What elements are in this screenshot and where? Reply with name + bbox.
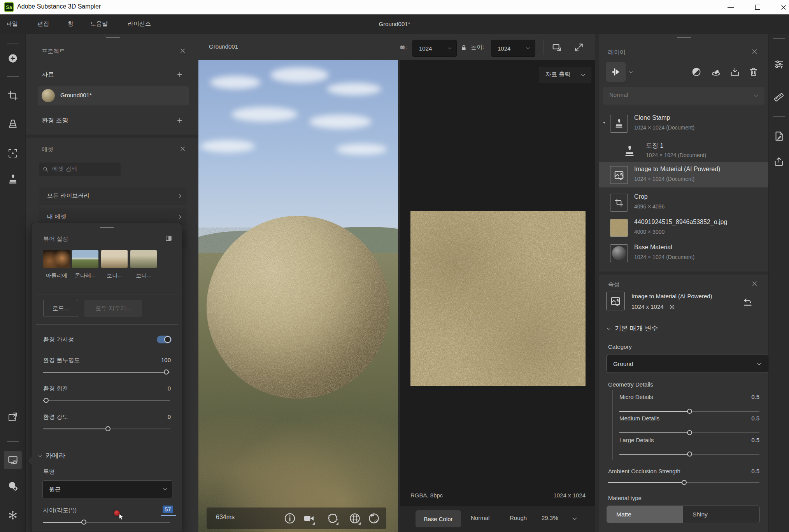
close-button[interactable]	[779, 0, 789, 14]
slider-track[interactable]	[619, 411, 759, 412]
camera-section-header[interactable]: 카메라	[46, 451, 65, 460]
slider-knob[interactable]	[687, 430, 692, 435]
slider-knob[interactable]	[682, 480, 687, 485]
panel-drag-handle[interactable]	[677, 37, 691, 38]
viewport-footer-render-sphere-button[interactable]	[367, 512, 380, 525]
slider-knob[interactable]	[105, 426, 110, 431]
left-toolbar-perspective-tool-button[interactable]	[7, 118, 19, 130]
slider-track[interactable]	[43, 522, 170, 523]
add-material-icon[interactable]	[176, 71, 184, 79]
layer-row[interactable]: Image to Material (AI Powered)1024 × 102…	[599, 165, 768, 186]
minimize-button[interactable]	[724, 0, 737, 14]
slider-knob[interactable]	[164, 369, 169, 374]
slider-track[interactable]	[619, 454, 759, 455]
layer-row[interactable]: 도장 11024 × 1024 (Document)	[599, 141, 768, 162]
slider-track[interactable]	[43, 400, 170, 401]
menu-item[interactable]: 파일	[6, 20, 18, 28]
layer-row[interactable]: Crop4096 × 4096	[599, 192, 768, 214]
chevron-down-icon[interactable]	[571, 515, 578, 522]
slider-track[interactable]	[43, 429, 170, 429]
viewport-2d[interactable]: 자료 출력 RGBA, 8bpc 1024 x 1024 Base ColorN…	[400, 60, 595, 532]
maximize-button[interactable]	[752, 0, 764, 14]
menu-item[interactable]: 편집	[37, 20, 49, 28]
channel-tab-base-color[interactable]: Base Color	[416, 510, 461, 527]
zoom-level[interactable]: 29.3%	[542, 514, 558, 521]
fov-value-selected[interactable]: 57	[163, 506, 173, 513]
slider-track[interactable]	[619, 432, 759, 433]
right-toolbar-measure-button[interactable]	[773, 91, 785, 103]
viewport-footer-info-button[interactable]	[283, 512, 296, 525]
menu-item[interactable]: 도움말	[90, 20, 108, 28]
layer-expander[interactable]	[601, 120, 607, 125]
menu-item[interactable]: 창	[68, 20, 74, 28]
clear-all-button[interactable]: 모두 지우기...	[84, 300, 142, 317]
left-toolbar-add-asset-button[interactable]	[7, 52, 19, 64]
material-item[interactable]: Ground001*	[38, 86, 189, 105]
environment-thumbnail[interactable]	[101, 250, 128, 268]
basic-parameters-header[interactable]: 기본 매개 변수	[615, 324, 658, 333]
asset-search-input[interactable]: 에셋 검색	[39, 163, 121, 176]
gear-icon[interactable]	[668, 303, 676, 311]
chevron-down-icon[interactable]	[628, 69, 634, 75]
width-dropdown[interactable]: 1024	[412, 40, 457, 57]
layer-row[interactable]: 44091924515_8946a53852_o.jpg4000 × 3000	[599, 218, 768, 239]
right-toolbar-edit-document-button[interactable]	[773, 130, 785, 142]
layer-row[interactable]: Base Material1024 × 1024 (Document)	[599, 243, 768, 264]
slider-track[interactable]	[43, 372, 170, 373]
add-layer-button[interactable]	[606, 62, 626, 82]
viewport-footer-wire-globe-button[interactable]	[348, 512, 361, 525]
viewport-footer-env-blob-button[interactable]	[326, 512, 339, 525]
env-visibility-toggle[interactable]	[157, 336, 172, 343]
flatten-layers-button[interactable]	[710, 66, 721, 77]
left-toolbar-clone-stamp-tool-button[interactable]	[7, 173, 19, 185]
delete-layer-button[interactable]	[748, 66, 759, 77]
channel-tab-rough[interactable]: Rough	[510, 514, 528, 521]
library-item-all[interactable]: 모든 라이브러리	[39, 187, 187, 205]
material-sphere[interactable]	[207, 216, 389, 399]
right-toolbar-filters-button[interactable]	[773, 58, 785, 70]
menu-item[interactable]: 라이선스	[128, 20, 151, 28]
panel-split[interactable]	[595, 34, 599, 532]
viewport-footer-camera-button[interactable]	[302, 512, 316, 525]
category-dropdown[interactable]: Ground	[607, 355, 768, 373]
close-icon[interactable]	[179, 47, 186, 54]
height-dropdown[interactable]: 1024	[491, 40, 535, 57]
panel-drag-handle[interactable]	[100, 227, 114, 228]
texture-preview[interactable]	[410, 211, 586, 386]
left-toolbar-share-button[interactable]	[7, 411, 19, 423]
chevron-down-icon[interactable]	[606, 326, 612, 332]
left-toolbar-render-settings-button[interactable]	[7, 480, 19, 492]
left-toolbar-crop-tool-button[interactable]	[7, 90, 19, 102]
expand-icon[interactable]	[573, 42, 584, 53]
projection-dropdown[interactable]: 원근	[42, 480, 172, 498]
slider-knob[interactable]	[687, 452, 692, 457]
environment-thumbnail[interactable]	[72, 250, 98, 268]
close-icon[interactable]	[751, 48, 758, 55]
channel-tab-normal[interactable]: Normal	[471, 514, 489, 521]
lock-icon[interactable]	[460, 44, 468, 52]
environment-thumbnail[interactable]	[43, 250, 70, 268]
undo-icon[interactable]	[742, 296, 753, 307]
slider-track[interactable]	[608, 482, 759, 483]
left-toolbar-tiling-tool-button[interactable]	[7, 147, 19, 159]
material-type-matte[interactable]: Matte	[607, 506, 683, 523]
slider-knob[interactable]	[687, 409, 692, 414]
dock-panel-icon[interactable]	[165, 234, 173, 242]
export-layer-button[interactable]	[729, 66, 740, 77]
layer-row[interactable]: Clone Stamp1024 × 1024 (Document)	[599, 114, 768, 135]
close-icon[interactable]	[751, 280, 758, 287]
material-type-shiny[interactable]: Shiny	[683, 506, 759, 523]
right-toolbar-export-button[interactable]	[773, 156, 785, 167]
viewport-3d[interactable]: 634ms	[198, 60, 398, 532]
slider-knob[interactable]	[81, 520, 86, 525]
chevron-down-icon[interactable]	[37, 453, 43, 459]
load-button[interactable]: 로드...	[43, 300, 78, 317]
panel-drag-handle[interactable]	[106, 37, 120, 38]
left-toolbar-plugins-button[interactable]	[7, 509, 19, 521]
material-output-dropdown[interactable]: 자료 출력	[539, 67, 591, 82]
environment-thumbnail[interactable]	[130, 250, 157, 268]
add-environment-icon[interactable]	[176, 117, 184, 124]
adjust-contrast-button[interactable]	[691, 66, 702, 77]
left-toolbar-viewer-settings-button[interactable]	[7, 454, 19, 466]
slider-knob[interactable]	[44, 398, 49, 403]
